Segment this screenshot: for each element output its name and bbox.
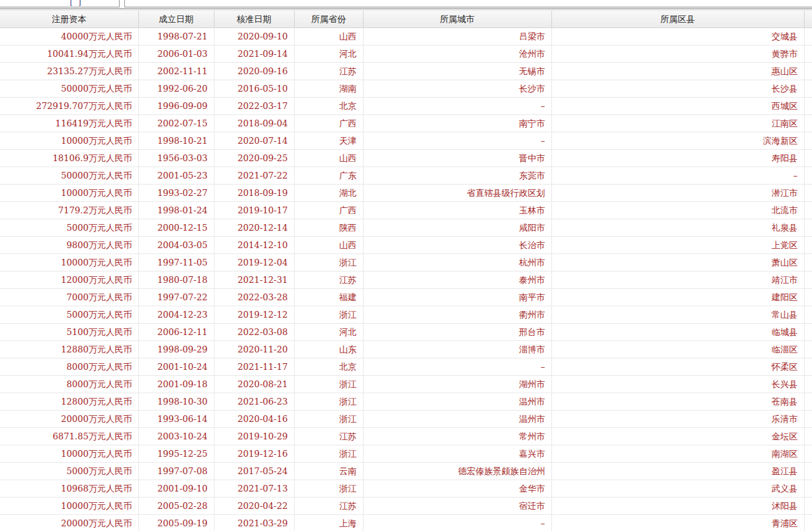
table-row[interactable]: 18106.9万元人民币1956-03-032020-09-25山西晋中市寿阳县 [0,150,812,167]
district-cell: 惠山区 [551,63,804,80]
province-cell: 浙江 [294,306,363,324]
establish-date-cell: 1998-09-29 [138,341,214,358]
province-cell: 天津 [294,132,363,150]
col-header-district[interactable]: 所属区县 [551,11,804,28]
city-cell: 长治市 [363,237,551,254]
establish-date-cell: 2006-01-03 [138,45,214,63]
table-row[interactable]: 6871.85万元人民币2003-10-242019-10-29江苏常州市金坛区 [0,428,812,445]
province-cell: 江苏 [294,428,363,445]
registered-capital-cell: 10000万元人民币 [0,132,138,150]
province-cell: 北京 [294,98,363,115]
overflow-cell [804,202,812,219]
col-header-registered-capital[interactable]: 注册资本 [0,11,138,28]
table-row[interactable]: 5000万元人民币1997-07-082017-05-24云南德宏傣族景颇族自治… [0,463,812,480]
overflow-cell [804,445,812,463]
province-cell: 浙江 [294,376,363,393]
province-cell: 山西 [294,28,363,45]
col-header-city[interactable]: 所属城市 [363,11,551,28]
overflow-cell [804,28,812,45]
district-cell: 盈江县 [551,463,804,480]
approval-date-cell: 2020-07-14 [214,132,294,150]
establish-date-cell: 2001-05-23 [138,167,214,185]
establish-date-cell: 2003-10-24 [138,428,214,445]
district-cell: 苍南县 [551,393,804,411]
city-cell: – [363,98,551,115]
table-row[interactable]: 8000万元人民币2001-09-182020-08-21浙江湖州市长兴县 [0,376,812,393]
city-cell: 泰州市 [363,272,551,289]
approval-date-cell: 2014-12-10 [214,237,294,254]
table-row[interactable]: 10000万元人民币1995-12-252019-12-16浙江嘉兴市南湖区 [0,445,812,463]
establish-date-cell: 1996-09-09 [138,98,214,115]
registered-capital-cell: 10041.94万元人民币 [0,45,138,63]
col-header-establish-date[interactable]: 成立日期 [138,11,214,28]
approval-date-cell: 2020-11-20 [214,341,294,358]
approval-date-cell: 2019-12-16 [214,445,294,463]
approval-date-cell: 2021-11-17 [214,358,294,376]
toolbar: [ ] [0,0,812,8]
registered-capital-cell: 5000万元人民币 [0,463,138,480]
table-row[interactable]: 12800万元人民币1998-10-302021-06-23浙江温州市苍南县 [0,393,812,411]
table-row[interactable]: 9800万元人民币2004-03-052014-12-10山西长治市上党区 [0,237,812,254]
table-row[interactable]: 8000万元人民币2001-10-242021-11-17北京–怀柔区 [0,358,812,376]
col-header-approval-date[interactable]: 核准日期 [214,11,294,28]
table-row[interactable]: 272919.707万元人民币1996-09-092022-03-17北京–西城… [0,98,812,115]
table-row[interactable]: 23135.27万元人民币2002-11-112020-09-16江苏无锡市惠山… [0,63,812,80]
table-row[interactable]: 10000万元人民币1998-10-212020-07-14天津–滨海新区 [0,132,812,150]
registered-capital-cell: 9800万元人民币 [0,237,138,254]
province-cell: 广东 [294,167,363,185]
registered-capital-cell: 5100万元人民币 [0,324,138,341]
table-row[interactable]: 10041.94万元人民币2006-01-032021-09-14河北沧州市黄骅… [0,45,812,63]
establish-date-cell: 2001-09-10 [138,480,214,498]
district-cell: 上党区 [551,237,804,254]
table-row[interactable]: 5000万元人民币2004-12-232019-12-12浙江衢州市常山县 [0,306,812,324]
approval-date-cell: 2021-06-23 [214,393,294,411]
province-cell: 山东 [294,341,363,358]
overflow-cell [804,237,812,254]
establish-date-cell: 2004-03-05 [138,237,214,254]
approval-date-cell: 2017-05-24 [214,463,294,480]
establish-date-cell: 2005-02-28 [138,498,214,515]
overflow-cell [804,132,812,150]
province-cell: 广西 [294,115,363,132]
table-row[interactable]: 50000万元人民币2001-05-232021-07-22广东东莞市– [0,167,812,185]
table-row[interactable]: 10000万元人民币2005-02-282020-04-22江苏宿迁市沭阳县 [0,498,812,515]
province-cell: 江苏 [294,63,363,80]
table-row[interactable]: 5000万元人民币2000-12-152020-12-14陕西咸阳市礼泉县 [0,219,812,237]
table-row[interactable]: 7000万元人民币1997-07-222022-03-28福建南平市建阳区 [0,289,812,306]
approval-date-cell: 2019-12-12 [214,306,294,324]
approval-date-cell: 2018-09-19 [214,185,294,202]
establish-date-cell: 2006-12-11 [138,324,214,341]
table-row[interactable]: 12880万元人民币1998-09-292020-11-20山东淄博市临淄区 [0,341,812,358]
table-row[interactable]: 12000万元人民币1980-07-182021-12-31江苏泰州市靖江市 [0,272,812,289]
toolbar-input-right[interactable] [124,0,812,7]
city-cell: 嘉兴市 [363,445,551,463]
registered-capital-cell: 18106.9万元人民币 [0,150,138,167]
table-row[interactable]: 20000万元人民币1993-06-142020-04-16浙江温州市乐清市 [0,411,812,428]
approval-date-cell: 2020-09-16 [214,63,294,80]
district-cell: 武义县 [551,480,804,498]
overflow-cell [804,150,812,167]
toolbar-input-left[interactable]: [ ] [0,0,120,7]
table-row[interactable]: 5100万元人民币2006-12-112022-03-08河北邢台市临城县 [0,324,812,341]
table-row[interactable]: 20000万元人民币2005-09-192021-03-29上海–青浦区 [0,515,812,531]
establish-date-cell: 1998-01-24 [138,202,214,219]
table-row[interactable]: 10000万元人民币1993-02-272018-09-19湖北省直辖县级行政区… [0,185,812,202]
table-row[interactable]: 40000万元人民币1998-07-212020-09-10山西吕梁市交城县 [0,28,812,45]
table-row[interactable]: 50000万元人民币1992-06-202016-05-10湖南长沙市长沙县 [0,80,812,98]
province-cell: 上海 [294,515,363,531]
table-row[interactable]: 116419万元人民币2002-07-152018-09-04广西南宁市江南区 [0,115,812,132]
col-header-province[interactable]: 所属省份 [294,11,363,28]
province-cell: 陕西 [294,219,363,237]
registered-capital-cell: 10000万元人民币 [0,445,138,463]
approval-date-cell: 2019-12-04 [214,254,294,272]
table-row[interactable]: 10000万元人民币1997-11-052019-12-04浙江杭州市萧山区 [0,254,812,272]
province-cell: 河北 [294,45,363,63]
table-row[interactable]: 10968万元人民币2001-09-102021-07-13浙江金华市武义县 [0,480,812,498]
approval-date-cell: 2021-12-31 [214,272,294,289]
province-cell: 浙江 [294,393,363,411]
table-row[interactable]: 7179.2万元人民币1998-01-242019-10-17广西玉林市北流市 [0,202,812,219]
district-cell: 萧山区 [551,254,804,272]
approval-date-cell: 2020-04-16 [214,411,294,428]
city-cell: 湖州市 [363,376,551,393]
district-cell: 交城县 [551,28,804,45]
